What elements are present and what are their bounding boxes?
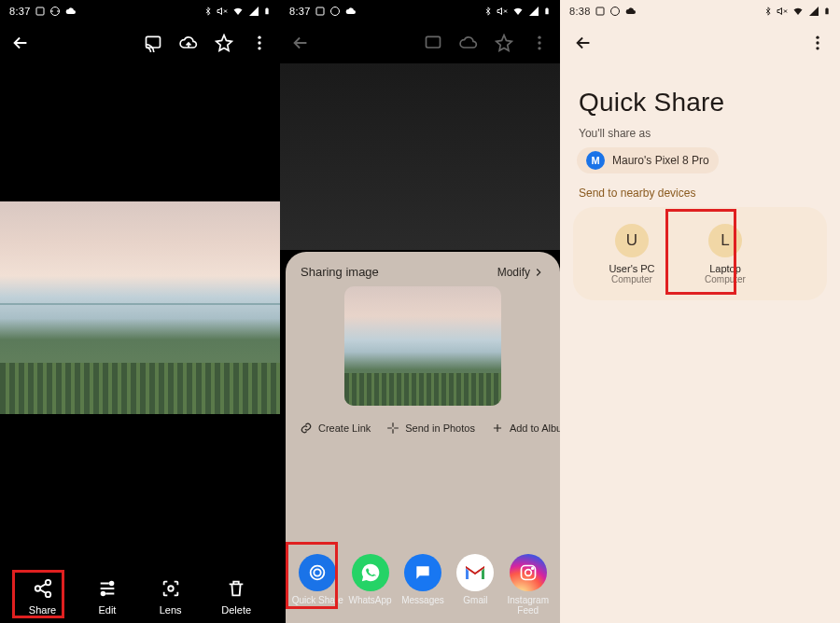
device-avatar: L — [708, 224, 742, 257]
quick-share-target[interactable]: Quick Share — [291, 554, 343, 616]
svg-rect-4 — [147, 36, 161, 48]
pane-share-sheet: 8:37 — [280, 0, 560, 623]
star-icon[interactable] — [211, 30, 237, 56]
back-button[interactable] — [7, 30, 34, 56]
avatar: M — [586, 151, 605, 170]
modify-label: Modify — [497, 266, 530, 279]
send-photos-chip[interactable]: Send in Photos — [385, 421, 475, 436]
svg-point-9 — [35, 586, 40, 591]
instagram-target[interactable]: Instagram Feed — [502, 554, 554, 616]
photo-dimmed — [280, 63, 560, 250]
more-menu-icon — [526, 30, 553, 56]
screenshot-icon — [315, 6, 326, 17]
svg-rect-2 — [265, 8, 268, 14]
svg-point-13 — [168, 586, 174, 591]
share-thumbnail[interactable] — [344, 286, 501, 406]
bluetooth-icon — [763, 6, 773, 17]
edit-action[interactable]: Edit — [95, 576, 119, 616]
cloud-upload-icon[interactable] — [175, 30, 202, 56]
instagram-label: Instagram Feed — [502, 595, 554, 616]
modify-button[interactable]: Modify — [497, 266, 545, 279]
svg-point-10 — [45, 592, 50, 598]
nearby-device[interactable]: L Laptop Computer — [685, 224, 765, 284]
back-button[interactable] — [573, 33, 594, 53]
gmail-target[interactable]: Gmail — [449, 554, 501, 616]
messages-target[interactable]: Messages — [397, 554, 449, 616]
create-link-chip[interactable]: Create Link — [299, 421, 371, 436]
svg-point-32 — [816, 41, 819, 44]
battery-icon — [543, 6, 551, 17]
instagram-icon — [510, 554, 547, 591]
svg-point-28 — [610, 7, 619, 16]
device-type: Computer — [611, 274, 652, 284]
cast-icon — [420, 30, 446, 56]
gmail-label: Gmail — [463, 595, 487, 605]
svg-point-20 — [538, 41, 540, 44]
svg-point-7 — [258, 47, 260, 49]
sync-icon — [329, 6, 341, 17]
device-avatar: U — [615, 224, 649, 257]
edit-thumb-button[interactable] — [471, 376, 496, 400]
status-bar: 8:37 — [0, 0, 280, 22]
whatsapp-target[interactable]: WhatsApp — [344, 554, 397, 616]
svg-point-15 — [330, 7, 339, 16]
plus-icon — [490, 421, 505, 436]
quick-share-icon — [299, 554, 336, 591]
trash-icon — [224, 576, 248, 601]
status-time: 8:38 — [569, 6, 591, 17]
nearby-devices-card: U User's PC Computer L Laptop Computer — [573, 207, 827, 300]
sync-icon — [49, 6, 61, 17]
nearby-device[interactable]: U User's PC Computer — [592, 224, 672, 284]
share-icon — [31, 576, 55, 601]
svg-point-8 — [45, 580, 50, 586]
lens-action[interactable]: Lens — [159, 576, 183, 616]
signal-icon — [248, 6, 259, 17]
photo-top-bar-dimmed — [280, 22, 560, 63]
svg-rect-30 — [826, 7, 827, 8]
svg-point-21 — [538, 47, 540, 49]
svg-point-23 — [311, 566, 325, 580]
status-bar: 8:37 — [280, 0, 560, 22]
svg-point-25 — [525, 570, 531, 576]
pane-quick-share: 8:38 Quick Share You'll share as M Mauro — [560, 0, 840, 623]
nearby-section-label: Send to nearby devices — [560, 187, 840, 207]
share-targets-row: Quick Share WhatsApp Messages Gmail Inst… — [286, 554, 560, 616]
back-button — [287, 30, 314, 56]
device-name: User's PC — [609, 263, 654, 274]
photo-bottom-actions: Share Edit Lens Delete — [0, 576, 280, 616]
svg-rect-29 — [825, 8, 828, 14]
more-menu-icon[interactable] — [808, 34, 827, 52]
svg-rect-27 — [596, 7, 604, 15]
svg-rect-14 — [316, 7, 324, 15]
mute-icon — [217, 6, 228, 17]
edit-label: Edit — [98, 604, 116, 616]
status-time: 8:37 — [289, 6, 311, 17]
device-name: Mauro's Pixel 8 Pro — [612, 154, 709, 167]
cloud-icon — [64, 6, 77, 17]
delete-action[interactable]: Delete — [221, 576, 251, 616]
status-time: 8:37 — [9, 6, 31, 17]
signal-icon — [808, 6, 819, 17]
create-link-label: Create Link — [318, 422, 371, 434]
share-action[interactable]: Share — [29, 576, 56, 616]
share-chips: Create Link Send in Photos Add to Album … — [286, 406, 560, 441]
wifi-icon — [511, 6, 525, 17]
share-as-chip[interactable]: M Mauro's Pixel 8 Pro — [577, 147, 719, 173]
quick-share-label: Quick Share — [292, 595, 343, 605]
edit-icon — [95, 576, 119, 601]
screenshot-icon — [595, 6, 606, 17]
add-album-chip[interactable]: Add to Album — [490, 421, 560, 436]
bluetooth-icon — [483, 6, 493, 17]
battery-icon — [263, 6, 271, 17]
gmail-icon — [456, 554, 494, 591]
messages-icon — [404, 554, 441, 591]
more-menu-icon[interactable] — [246, 30, 273, 56]
photo-content[interactable] — [0, 201, 280, 414]
svg-point-6 — [258, 41, 260, 44]
avatar-initial: M — [591, 155, 599, 166]
delete-label: Delete — [221, 604, 251, 616]
quickshare-top-bar — [560, 22, 840, 63]
mute-icon — [497, 6, 508, 17]
battery-icon — [823, 6, 831, 17]
cast-icon[interactable] — [140, 30, 166, 56]
